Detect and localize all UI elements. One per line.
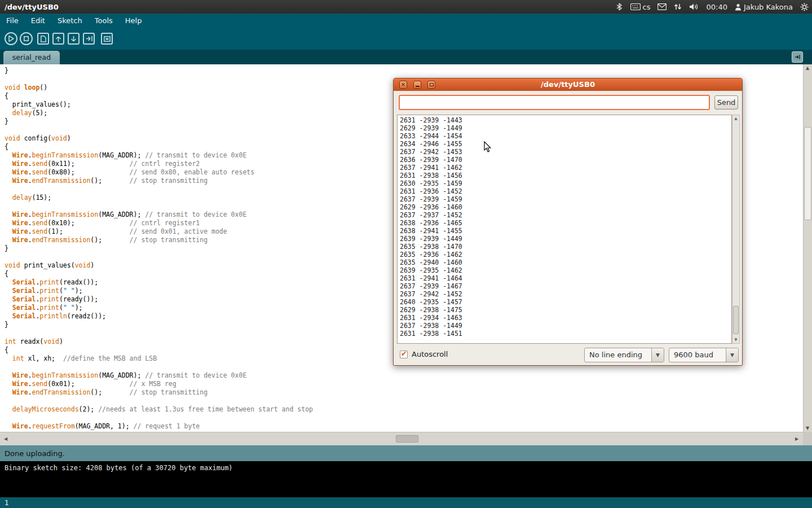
baud-rate-select[interactable]: 9600 baud ▼ — [669, 348, 739, 362]
status-message: Done uploading. — [5, 449, 65, 458]
upload-button[interactable] — [83, 33, 95, 45]
serial-output-lines: 2631 -2939 -14432629 -2939 -14492633 -29… — [398, 115, 731, 338]
document-icon — [41, 36, 46, 42]
code-line — [5, 397, 803, 405]
minimize-icon — [416, 86, 420, 87]
vertical-scroll-thumb[interactable] — [804, 127, 811, 220]
code-line: Wire.requestFrom(MAG_ADDR, 1); // reques… — [5, 422, 803, 431]
tab-serial-read[interactable]: serial_read — [3, 51, 60, 64]
serial-data-line: 2638 -2941 -1455 — [400, 227, 731, 235]
serial-output-area[interactable]: 2631 -2939 -14432629 -2939 -14492633 -29… — [397, 115, 732, 344]
checkbox[interactable]: ✔ — [400, 351, 408, 358]
stop-button[interactable] — [20, 32, 33, 45]
scrollbar-corner — [803, 432, 812, 445]
stop-icon — [24, 36, 29, 41]
line-number-strip: 1 — [0, 497, 812, 508]
play-icon — [8, 36, 14, 42]
code-line: delayMicroseconds(2); //needs at least 1… — [5, 405, 803, 414]
menu-item-sketch[interactable]: Sketch — [51, 14, 89, 28]
serial-data-line: 2631 -2941 -1464 — [400, 274, 731, 282]
chevron-down-icon[interactable]: ▼ — [726, 348, 738, 362]
line-ending-value: No line ending — [585, 348, 651, 362]
scroll-left-icon[interactable]: ◀ — [2, 436, 10, 441]
editor-horizontal-scrollbar[interactable]: ◀ ▶ — [0, 432, 812, 445]
serial-data-line: 2637 -2942 -1453 — [400, 148, 731, 156]
save-sketch-button[interactable] — [68, 33, 80, 45]
code-line: Wire.beginTransmission(MAG_ADDR); // tra… — [5, 371, 803, 380]
editor-vertical-scrollbar[interactable]: ▲ ▼ — [803, 64, 812, 432]
menu-bar: FileEditSketchToolsHelp — [0, 14, 812, 28]
serial-scrollbar[interactable]: ▲ ▼ — [732, 115, 740, 344]
window-title: /dev/ttyUSB0 — [5, 3, 59, 11]
keyboard-layout-indicator[interactable]: cs — [630, 3, 651, 11]
serial-data-line: 2629 -2938 -1475 — [400, 306, 731, 314]
tab-menu-icon — [795, 54, 800, 60]
scroll-up-icon[interactable]: ▲ — [804, 65, 811, 71]
bluetooth-icon[interactable] — [615, 3, 623, 11]
serial-data-line: 2636 -2939 -1470 — [400, 156, 731, 164]
arrow-right-icon — [86, 36, 92, 42]
serial-scroll-thumb[interactable] — [733, 306, 739, 334]
serial-data-line: 2629 -2936 -1460 — [400, 203, 731, 211]
tab-menu-button[interactable] — [792, 51, 803, 63]
volume-icon[interactable] — [689, 3, 699, 11]
serial-data-line: 2639 -2935 -1462 — [400, 266, 731, 274]
autoscroll-checkbox[interactable]: ✔ Autoscroll — [400, 350, 448, 358]
serial-monitor-button[interactable] — [101, 33, 113, 45]
code-line: Wire.endTransmission(); // stop transmit… — [5, 388, 803, 397]
autoscroll-label: Autoscroll — [412, 350, 448, 358]
menu-item-help[interactable]: Help — [119, 14, 148, 28]
current-line-number: 1 — [5, 499, 9, 507]
send-button[interactable]: Send — [714, 95, 738, 110]
keyboard-icon — [630, 3, 641, 10]
horizontal-scroll-thumb[interactable] — [396, 435, 418, 443]
serial-monitor-title: /dev/ttyUSB0 — [394, 78, 742, 91]
serial-data-line: 2631 -2934 -1463 — [400, 314, 731, 322]
minimize-button[interactable] — [413, 81, 421, 89]
mail-icon[interactable] — [657, 3, 667, 10]
verify-button[interactable] — [5, 32, 17, 45]
serial-data-line: 2639 -2939 -1449 — [400, 235, 731, 243]
serial-data-line: 2637 -2939 -1467 — [400, 282, 731, 290]
menu-item-file[interactable]: File — [0, 14, 25, 28]
maximize-button[interactable] — [427, 81, 435, 89]
code-line: Wire.send(0x01); // x MSB reg — [5, 380, 803, 388]
serial-data-line: 2631 -2939 -1443 — [400, 116, 731, 124]
serial-scroll-up-icon[interactable]: ▲ — [732, 116, 739, 121]
open-sketch-button[interactable] — [52, 33, 64, 45]
serial-data-line: 2631 -2938 -1451 — [400, 330, 731, 338]
serial-data-line: 2631 -2936 -1452 — [400, 187, 731, 195]
serial-data-line: 2630 -2935 -1459 — [400, 179, 731, 187]
new-sketch-button[interactable] — [37, 33, 49, 45]
serial-data-line: 2637 -2941 -1462 — [400, 164, 731, 172]
scroll-down-icon[interactable]: ▼ — [804, 426, 811, 431]
user-name: Jakub Kakona — [744, 3, 793, 11]
serial-send-input[interactable] — [399, 95, 710, 110]
menu-item-edit[interactable]: Edit — [25, 14, 51, 28]
top-panel: /dev/ttyUSB0 cs 00:40 Jakub Kakona — [0, 0, 812, 14]
serial-data-line: 2637 -2942 -1452 — [400, 290, 731, 298]
maximize-icon — [430, 83, 434, 86]
serial-scroll-down-icon[interactable]: ▼ — [732, 338, 739, 342]
serial-data-line: 2640 -2935 -1457 — [400, 298, 731, 306]
user-menu[interactable]: Jakub Kakona — [735, 3, 793, 11]
serial-monitor-titlebar[interactable]: /dev/ttyUSB0 × — [394, 78, 742, 91]
serial-data-line: 2637 -2939 -1459 — [400, 195, 731, 203]
chevron-down-icon[interactable]: ▼ — [651, 348, 664, 362]
desktop: /dev/ttyUSB0 cs 00:40 Jakub Kakona — [0, 0, 812, 508]
scroll-right-icon[interactable]: ▶ — [793, 436, 801, 441]
session-gear-icon[interactable] — [800, 3, 809, 11]
code-line: } — [5, 67, 803, 75]
menu-item-tools[interactable]: Tools — [89, 14, 119, 28]
serial-data-line: 2637 -2937 -1452 — [400, 211, 731, 219]
serial-data-line: 2633 -2944 -1454 — [400, 132, 731, 140]
network-icon[interactable] — [674, 3, 682, 11]
line-ending-select[interactable]: No line ending ▼ — [584, 348, 664, 362]
baud-rate-value: 9600 baud — [669, 348, 726, 362]
serial-data-line: 2638 -2936 -1465 — [400, 219, 731, 227]
clock[interactable]: 00:40 — [706, 3, 727, 11]
console-output: Binary sketch size: 4208 bytes (of a 307… — [0, 461, 812, 497]
serial-data-line: 2635 -2936 -1462 — [400, 251, 731, 259]
close-button[interactable]: × — [399, 81, 407, 89]
arrow-down-icon — [70, 36, 77, 42]
